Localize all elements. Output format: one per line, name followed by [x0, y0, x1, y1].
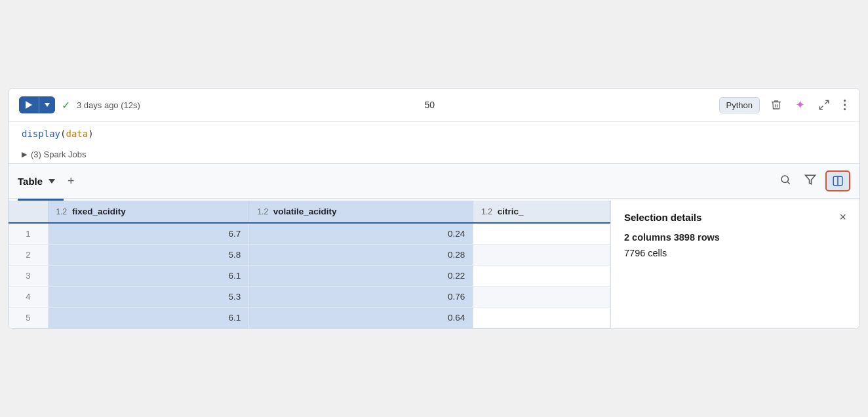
data-table-wrapper: 1.2 fixed_acidity 1.2 volatile_acidity 1… [9, 201, 859, 328]
check-icon: ✓ [62, 99, 70, 111]
th-volatile-acidity[interactable]: 1.2 volatile_acidity [249, 201, 473, 223]
svg-line-0 [825, 100, 829, 104]
col-label-volatile-acidity: volatile_acidity [273, 207, 337, 216]
cell-volatile-1[interactable]: 0.24 [249, 223, 473, 245]
col-label-citric: citric_ [498, 207, 524, 216]
cell-fixed-5[interactable]: 6.1 [48, 308, 249, 328]
column-panel-icon [832, 175, 844, 187]
add-visualization-button[interactable]: + [64, 174, 79, 188]
cell-citric-5[interactable] [473, 308, 610, 328]
filter-icon [804, 174, 816, 186]
col-type-fixed-acidity: 1.2 [56, 207, 68, 216]
filter-button[interactable] [800, 171, 820, 191]
cell-volatile-3[interactable]: 0.22 [249, 266, 473, 287]
spark-jobs-row: ▶ (3) Spark Jobs [9, 146, 859, 163]
cell-volatile-2[interactable]: 0.28 [249, 245, 473, 266]
cell-citric-3[interactable] [473, 266, 610, 287]
python-badge: Python [719, 97, 760, 113]
cells-value: 7796 cells [624, 248, 667, 258]
selection-title: Selection details [624, 212, 701, 223]
columns-rows-stat: 2 columns 3898 rows [624, 232, 846, 243]
table-label-group: Table [18, 176, 58, 187]
cell-toolbar: ✓ 3 days ago (12s) 50 Python ✦ [9, 89, 859, 122]
table-section: Table + [9, 163, 859, 328]
run-triangle-icon [26, 101, 32, 109]
row-num-4: 4 [9, 287, 48, 308]
sparkle-icon: ✦ [795, 98, 805, 112]
table-chevron-icon [49, 179, 55, 184]
selection-header: Selection details × [624, 211, 846, 223]
timestamp-label: 3 days ago (12s) [77, 100, 140, 110]
th-fixed-acidity[interactable]: 1.2 fixed_acidity [48, 201, 249, 223]
data-table: 1.2 fixed_acidity 1.2 volatile_acidity 1… [9, 201, 610, 328]
spark-jobs-label: (3) Spark Jobs [31, 149, 87, 159]
data-table-area: 1.2 fixed_acidity 1.2 volatile_acidity 1… [9, 201, 610, 328]
table-row: 2 5.8 0.28 [9, 245, 610, 266]
code-area: display(data) [9, 122, 859, 146]
search-button[interactable] [776, 171, 795, 191]
svg-point-3 [844, 104, 846, 106]
row-num-1: 1 [9, 223, 48, 245]
table-header-row: 1.2 fixed_acidity 1.2 volatile_acidity 1… [9, 201, 610, 223]
table-row: 1 6.7 0.24 [9, 223, 610, 245]
notebook-cell: ✓ 3 days ago (12s) 50 Python ✦ [8, 88, 860, 329]
selection-panel: Selection details × 2 columns 3898 rows … [610, 201, 859, 328]
svg-line-6 [787, 182, 789, 184]
run-button[interactable] [19, 96, 39, 113]
more-icon [843, 99, 846, 111]
cell-citric-1[interactable] [473, 223, 610, 245]
col-type-citric: 1.2 [481, 207, 492, 216]
cell-citric-2[interactable] [473, 245, 610, 266]
cell-fixed-1[interactable]: 6.7 [48, 223, 249, 245]
expand-button[interactable] [816, 96, 833, 113]
expand-icon [818, 99, 830, 111]
cell-fixed-4[interactable]: 5.3 [48, 287, 249, 308]
sparkle-button[interactable]: ✦ [793, 95, 808, 115]
svg-point-5 [781, 176, 789, 183]
table-row: 5 6.1 0.64 [9, 308, 610, 328]
svg-marker-7 [806, 175, 816, 184]
cell-volatile-4[interactable]: 0.76 [249, 287, 473, 308]
col-type-volatile-acidity: 1.2 [257, 207, 268, 216]
code-line: display(data) [22, 129, 846, 139]
run-dropdown-button[interactable] [39, 98, 55, 111]
row-num-5: 5 [9, 308, 48, 328]
table-label: Table [18, 176, 43, 187]
delete-button[interactable] [768, 96, 785, 113]
col-label-fixed-acidity: fixed_acidity [72, 207, 126, 216]
svg-line-1 [819, 106, 823, 109]
close-panel-button[interactable]: × [839, 211, 846, 223]
svg-point-2 [844, 100, 846, 102]
th-citric[interactable]: 1.2 citric_ [473, 201, 610, 223]
row-num-2: 2 [9, 245, 48, 266]
code-paren-close: ) [88, 129, 93, 139]
more-options-button[interactable] [840, 96, 849, 113]
row-num-3: 3 [9, 266, 48, 287]
cell-fixed-2[interactable]: 5.8 [48, 245, 249, 266]
chevron-down-icon [45, 103, 50, 107]
run-btn-group [19, 96, 55, 113]
table-dropdown-button[interactable] [45, 178, 58, 185]
spark-arrow-icon: ▶ [22, 150, 27, 159]
cell-citric-4[interactable] [473, 287, 610, 308]
search-icon [779, 174, 791, 186]
columns-rows-value: 2 columns 3898 rows [624, 232, 720, 243]
table-row: 4 5.3 0.76 [9, 287, 610, 308]
code-argument: data [66, 129, 88, 139]
table-toolbar-right [776, 170, 850, 191]
code-function-name: display [22, 129, 60, 139]
cell-count-label: 50 [147, 100, 713, 110]
cell-volatile-5[interactable]: 0.64 [249, 308, 473, 328]
table-toolbar: Table + [9, 164, 859, 199]
cell-fixed-3[interactable]: 6.1 [48, 266, 249, 287]
table-row: 3 6.1 0.22 [9, 266, 610, 287]
trash-icon [770, 99, 782, 111]
svg-point-4 [844, 108, 846, 110]
cells-stat: 7796 cells [624, 248, 846, 258]
column-panel-button[interactable] [825, 170, 850, 191]
th-rownum [9, 201, 48, 223]
toolbar-right: Python ✦ [719, 95, 849, 115]
